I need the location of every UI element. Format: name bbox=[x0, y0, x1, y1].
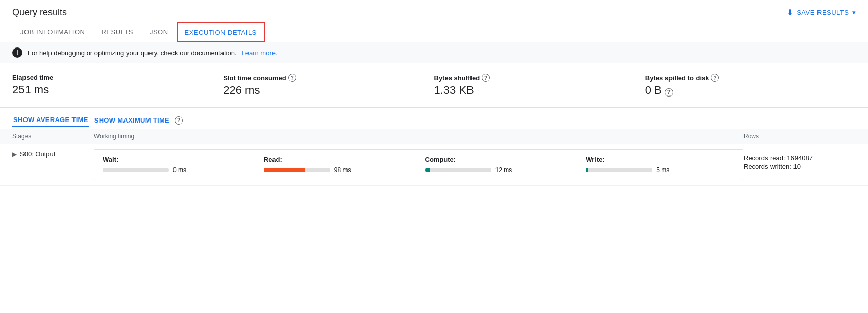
page-title: Query results bbox=[12, 7, 67, 18]
chevron-right-icon[interactable]: ▶ bbox=[12, 151, 17, 158]
tab-results[interactable]: RESULTS bbox=[93, 22, 141, 42]
time-help-icon[interactable]: ? bbox=[175, 116, 183, 125]
metric-slot-value: 226 ms bbox=[223, 84, 421, 97]
metric-bytes-spilled-value: 0 B ? bbox=[645, 84, 844, 97]
read-bar-row: 98 ms bbox=[264, 166, 413, 174]
timing-compute: Compute: 12 ms bbox=[425, 156, 574, 174]
table-row: ▶ S00: Output Wait: 0 ms Read: bbox=[0, 144, 868, 186]
bytes-spilled-value-help-icon[interactable]: ? bbox=[665, 88, 673, 97]
show-maximum-time-button[interactable]: SHOW MAXIMUM TIME bbox=[93, 114, 170, 126]
records-read: Records read: 1694087 bbox=[743, 154, 856, 162]
metric-bytes-shuffled-label: Bytes shuffled ? bbox=[434, 74, 633, 82]
show-average-time-button[interactable]: SHOW AVERAGE TIME bbox=[12, 114, 89, 127]
write-value: 5 ms bbox=[656, 166, 669, 174]
compute-bar bbox=[425, 168, 491, 172]
download-icon: ⬇ bbox=[787, 8, 794, 17]
bytes-spilled-help-icon[interactable]: ? bbox=[711, 74, 719, 82]
timing-wait: Wait: 0 ms bbox=[103, 156, 252, 174]
read-value: 98 ms bbox=[334, 166, 351, 174]
write-bar bbox=[586, 168, 652, 172]
info-icon: i bbox=[12, 47, 22, 58]
save-results-button[interactable]: ⬇ SAVE RESULTS ▾ bbox=[787, 8, 856, 17]
records-written: Records written: 10 bbox=[743, 163, 856, 171]
wait-value: 0 ms bbox=[173, 166, 186, 174]
metric-bytes-spilled-label: Bytes spilled to disk ? bbox=[645, 74, 844, 82]
bytes-shuffled-help-icon[interactable]: ? bbox=[482, 74, 490, 82]
metrics-row: Elapsed time 251 ms Slot time consumed ?… bbox=[0, 63, 868, 108]
info-bar: i For help debugging or optimizing your … bbox=[0, 42, 868, 63]
metric-slot-label: Slot time consumed ? bbox=[223, 74, 421, 82]
tab-job-information[interactable]: JOB INFORMATION bbox=[12, 22, 93, 42]
header: Query results ⬇ SAVE RESULTS ▾ bbox=[0, 0, 868, 18]
metric-bytes-shuffled: Bytes shuffled ? 1.33 KB bbox=[434, 74, 645, 97]
compute-bar-row: 12 ms bbox=[425, 166, 574, 174]
page-container: Query results ⬇ SAVE RESULTS ▾ JOB INFOR… bbox=[0, 0, 868, 186]
timing-area: Wait: 0 ms Read: bbox=[94, 149, 743, 180]
chevron-down-icon: ▾ bbox=[852, 9, 856, 16]
tab-execution-details[interactable]: EXECUTION DETAILS bbox=[177, 22, 265, 42]
timing-grid: Wait: 0 ms Read: bbox=[94, 149, 743, 180]
stage-name: ▶ S00: Output bbox=[12, 149, 94, 158]
timing-col-header: Working timing bbox=[94, 133, 743, 140]
wait-bar-row: 0 ms bbox=[103, 166, 252, 174]
metric-elapsed-label: Elapsed time bbox=[12, 74, 211, 81]
timing-write: Write: 5 ms bbox=[586, 156, 735, 174]
rows-col-header: Rows bbox=[743, 133, 856, 140]
stages-header: Stages Working timing Rows bbox=[0, 129, 868, 144]
time-buttons: SHOW AVERAGE TIME SHOW MAXIMUM TIME ? bbox=[0, 108, 868, 127]
tabs-bar: JOB INFORMATION RESULTS JSON EXECUTION D… bbox=[0, 22, 868, 42]
learn-more-link[interactable]: Learn more. bbox=[242, 49, 278, 57]
metric-elapsed-time: Elapsed time 251 ms bbox=[12, 74, 223, 97]
rows-info: Records read: 1694087 Records written: 1… bbox=[743, 149, 856, 172]
metric-elapsed-value: 251 ms bbox=[12, 83, 211, 97]
info-message: For help debugging or optimizing your qu… bbox=[28, 49, 237, 57]
timing-read: Read: 98 ms bbox=[264, 156, 413, 174]
read-bar bbox=[264, 168, 330, 172]
slot-help-icon[interactable]: ? bbox=[288, 74, 296, 82]
compute-value: 12 ms bbox=[495, 166, 512, 174]
metric-bytes-shuffled-value: 1.33 KB bbox=[434, 84, 633, 97]
wait-bar bbox=[103, 168, 169, 172]
metric-bytes-spilled: Bytes spilled to disk ? 0 B ? bbox=[645, 74, 856, 97]
tab-json[interactable]: JSON bbox=[141, 22, 177, 42]
stages-col-header: Stages bbox=[12, 133, 94, 140]
metric-slot-time: Slot time consumed ? 226 ms bbox=[223, 74, 434, 97]
write-bar-row: 5 ms bbox=[586, 166, 735, 174]
